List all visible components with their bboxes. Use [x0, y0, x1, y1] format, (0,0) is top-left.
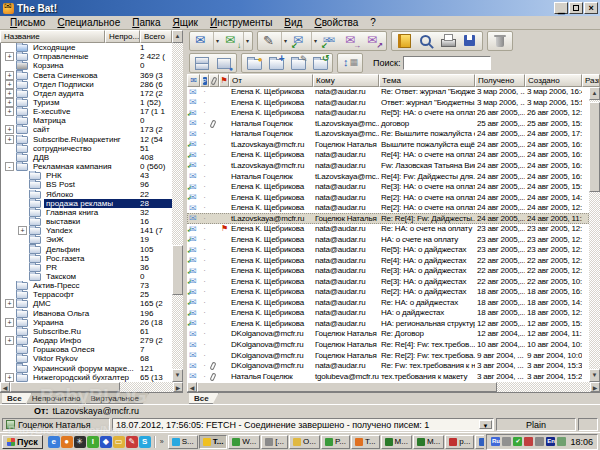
- menu-?[interactable]: ?: [364, 16, 382, 29]
- message-row[interactable]: ✉↙·Елена К. Щебриковаnata@audar.ruRe[5]:…: [187, 108, 589, 119]
- list-horizontal-scrollbar[interactable]: ◀ ▶: [187, 382, 600, 392]
- message-row[interactable]: ✉↙·Елена К. Щебриковаnata@audar.ruRe[3]:…: [187, 182, 589, 193]
- folder-icon[interactable]: ▭: [113, 436, 125, 448]
- tree-row[interactable]: Горшкова Олеся7: [1, 345, 172, 354]
- menu-Ящик[interactable]: Ящик: [167, 16, 204, 29]
- column-created[interactable]: Создано: [525, 74, 582, 87]
- tree-expander-icon[interactable]: +: [5, 98, 14, 107]
- get-new-mail-button-dropdown-icon[interactable]: ▾: [243, 32, 251, 50]
- tree-expander-icon[interactable]: +: [5, 71, 14, 80]
- column-flag[interactable]: ⚑: [219, 74, 229, 87]
- message-row[interactable]: ✉↙·Елена К. Щебриковаnata@audar.ruRe[5]:…: [187, 245, 589, 256]
- tree-row[interactable]: Иванова Ольга196: [1, 309, 172, 318]
- ie-icon[interactable]: e: [48, 436, 60, 448]
- tree-row[interactable]: +Отдел аудита172 (2: [1, 89, 172, 98]
- mailbox-button[interactable]: [191, 54, 213, 72]
- tree-row[interactable]: выставки16: [1, 217, 172, 226]
- tree-row[interactable]: Такском0: [1, 272, 172, 281]
- redirect-button[interactable]: [363, 32, 385, 50]
- tree-row[interactable]: Актив-Пресс73: [1, 281, 172, 290]
- column-subject[interactable]: Тема: [379, 74, 475, 87]
- quicklaunch-chevron-icon[interactable]: »: [158, 438, 166, 445]
- log-dropdown-icon[interactable]: ▼: [479, 420, 492, 429]
- address-book-button[interactable]: [393, 32, 415, 50]
- folder-properties-button[interactable]: [287, 54, 309, 72]
- tree-scroll-up-icon[interactable]: ▲: [172, 30, 183, 43]
- menu-Инструменты[interactable]: Инструменты: [204, 16, 278, 29]
- check-mail-button-dropdown-icon[interactable]: ▾: [213, 32, 221, 50]
- column-status[interactable]: P: [200, 74, 209, 87]
- new-message-button-dropdown-icon[interactable]: ▾: [281, 32, 289, 50]
- message-row[interactable]: ✉↙·tLazovskaya@mcfr.runata@audar.ruFw: Л…: [187, 161, 589, 172]
- tree-row[interactable]: PR36: [1, 263, 172, 272]
- app-icon[interactable]: ✳: [74, 436, 86, 448]
- tree-expander-icon[interactable]: -: [5, 162, 14, 171]
- message-row[interactable]: ✉↙·⚑Елена К. Щебриковаnata@audar.ruRe: Н…: [187, 224, 589, 235]
- tree-row[interactable]: Исходящие1: [1, 43, 172, 52]
- folder-new-button[interactable]: [265, 54, 287, 72]
- reply-all-button[interactable]: [319, 32, 341, 50]
- lang-en-indicator[interactable]: En: [546, 437, 555, 446]
- tab-Все[interactable]: Все: [189, 393, 219, 404]
- folder-lock-button[interactable]: [243, 54, 265, 72]
- tree-row[interactable]: +ДМС165 (2: [1, 299, 172, 308]
- tree-row[interactable]: +Аюдар Инфо279 (2: [1, 336, 172, 345]
- message-row[interactable]: ✉·Наталья Гоцелюкtgolubeva@mcfr.ruтех.тр…: [187, 371, 589, 382]
- tree-row[interactable]: ЭиЖ19: [1, 235, 172, 244]
- antivirus-ok-icon[interactable]: ✔: [513, 437, 522, 446]
- print-button[interactable]: [437, 32, 459, 50]
- message-row[interactable]: ✉↙·Елена К. Щебриковаnata@audar.ruRe[4]:…: [187, 150, 589, 161]
- message-row[interactable]: ✉↙·Елена К. Щебриковаnata@audar.ruНА: ре…: [187, 319, 589, 330]
- menu-Письмо[interactable]: Письмо: [4, 16, 51, 29]
- tree-row[interactable]: Яблоко22: [1, 190, 172, 199]
- tree-horizontal-scrollbar[interactable]: ◀ ▶: [0, 382, 183, 392]
- sort-filter-button[interactable]: [339, 54, 361, 72]
- tree-row[interactable]: BS Post96: [1, 180, 172, 189]
- folder-recycle-button[interactable]: [309, 54, 331, 72]
- menu-Папка[interactable]: Папка: [126, 16, 166, 29]
- tree-row[interactable]: +Отдел Подписки286 (6: [1, 80, 172, 89]
- message-row[interactable]: ✉↙·Елена К. Щебриковаnata@audar.ruНА: о …: [187, 308, 589, 319]
- column-unread[interactable]: Непро...: [105, 30, 140, 43]
- list-scroll-right-icon[interactable]: ▶: [590, 382, 600, 392]
- tree-row[interactable]: ДДВ408: [1, 153, 172, 162]
- message-row[interactable]: ✉↙·Елена К. Щебриковаnata@audar.ruRe[2]:…: [187, 192, 589, 203]
- close-button[interactable]: ×: [584, 2, 598, 14]
- taskbar-button[interactable]: p...: [445, 435, 474, 449]
- find-message-button[interactable]: [415, 32, 437, 50]
- column-attachment[interactable]: [209, 74, 219, 87]
- tree-row[interactable]: +E-xecutive17 (1 1: [1, 107, 172, 116]
- tree-row[interactable]: Viktor Rykov68: [1, 354, 172, 363]
- column-from[interactable]: От: [229, 74, 313, 87]
- message-row[interactable]: ✉·DKolganova@mcfr.runata@audar.ruRe: Fw:…: [187, 361, 589, 372]
- update-icon[interactable]: [535, 437, 544, 446]
- taskbar-button[interactable]: W...: [228, 435, 260, 449]
- tree-row[interactable]: Украинский форум марке...121: [1, 363, 172, 372]
- tree-scroll-right-icon[interactable]: ▶: [173, 382, 183, 392]
- tree-row[interactable]: +Туризм1 (52): [1, 98, 172, 107]
- tree-expander-icon[interactable]: +: [5, 80, 14, 89]
- taskbar-button[interactable]: Д...: [475, 435, 484, 449]
- column-total[interactable]: Всего: [140, 30, 172, 43]
- message-row[interactable]: ✉↙·Елена К. Щебриковаnata@audar.ruНА: о …: [187, 234, 589, 245]
- tree-row[interactable]: Главная книга32: [1, 208, 172, 217]
- maximize-button[interactable]: [569, 2, 583, 14]
- tree-row[interactable]: РНК43: [1, 171, 172, 180]
- tree-expander-icon[interactable]: +: [5, 89, 14, 98]
- message-row[interactable]: ✉↙·Елена К. Щебриковаnata@audar.ruRe[2]:…: [187, 287, 589, 298]
- tree-row[interactable]: сотрудничество51: [1, 144, 172, 153]
- tree-row[interactable]: Дельфин105: [1, 244, 172, 253]
- tree-row[interactable]: продажа рекламы28: [1, 199, 172, 208]
- delete-button[interactable]: [489, 32, 511, 50]
- message-row[interactable]: ✉·Елена К. Щебриковаnata@audar.ruRe: Отв…: [187, 87, 589, 98]
- message-row[interactable]: ✉↙·Елена К. Щебриковаnata@audar.ruRe: НА…: [187, 298, 589, 309]
- minimize-button[interactable]: ▁: [554, 2, 568, 14]
- menu-Свойства[interactable]: Свойства: [308, 16, 364, 29]
- app2-icon[interactable]: ◆: [100, 436, 112, 448]
- tree-row[interactable]: +Yandex141 (7: [1, 226, 172, 235]
- message-row[interactable]: ✉·DKolganova@mcfr.ruГоцелюк НатальяRe: Д…: [187, 329, 589, 340]
- tree-expander-icon[interactable]: +: [5, 52, 14, 61]
- reply-button[interactable]: [289, 32, 311, 50]
- taskbar-button[interactable]: P...: [321, 435, 350, 449]
- start-button[interactable]: Пуск: [2, 435, 43, 449]
